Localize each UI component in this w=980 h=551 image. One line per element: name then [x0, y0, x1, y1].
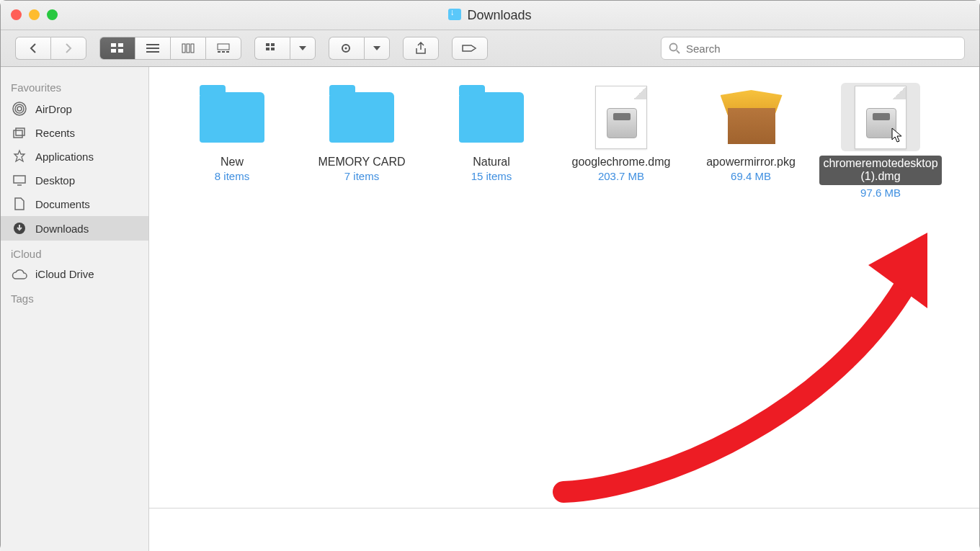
svg-rect-7	[218, 44, 229, 50]
toolbar	[1, 30, 979, 67]
arrange-menu-button[interactable]	[290, 37, 316, 60]
action-button-group	[329, 37, 390, 60]
svg-point-18	[17, 107, 22, 111]
item-subtitle: 8 items	[215, 170, 249, 182]
folder-icon	[192, 83, 272, 151]
share-icon	[415, 42, 427, 55]
sidebar-item-label: Desktop	[35, 174, 75, 187]
sidebar-item-icloud-drive[interactable]: iCloud Drive	[1, 263, 148, 285]
item-subtitle: 69.4 MB	[731, 170, 771, 182]
airdrop-icon	[11, 102, 28, 116]
item-name: New	[220, 156, 244, 169]
arrange-icon	[266, 43, 279, 53]
search-input[interactable]	[685, 42, 957, 55]
grid-icon	[111, 43, 124, 53]
folder-item[interactable]: New 8 items	[171, 83, 293, 182]
svg-rect-22	[16, 128, 24, 135]
desktop-icon	[11, 174, 28, 187]
chevron-down-icon	[373, 46, 380, 50]
finder-window: Downloads	[0, 0, 980, 551]
tag-icon	[462, 43, 478, 53]
search-field[interactable]	[661, 37, 965, 60]
svg-rect-5	[187, 44, 190, 53]
sidebar-item-recents[interactable]: Recents	[1, 121, 148, 144]
cloud-icon	[11, 269, 28, 280]
file-item-dmg-selected[interactable]: chromeremotedesktop (1).dmg 97.6 MB	[819, 83, 942, 199]
item-subtitle: 203.7 MB	[598, 170, 644, 182]
share-button[interactable]	[403, 37, 439, 60]
item-subtitle: 15 items	[471, 170, 512, 182]
status-bar-separator	[149, 508, 979, 509]
arrange-button[interactable]	[254, 37, 290, 60]
item-name: chromeremotedesktop (1).dmg	[819, 156, 942, 185]
chevron-down-icon	[299, 46, 306, 50]
search-icon	[669, 42, 680, 54]
svg-rect-4	[182, 44, 185, 53]
sidebar-item-label: Recents	[35, 127, 75, 139]
sidebar-item-label: AirDrop	[35, 103, 72, 115]
svg-rect-1	[118, 43, 123, 47]
folder-item[interactable]: Natural 15 items	[430, 83, 553, 182]
sidebar-item-desktop[interactable]: Desktop	[1, 169, 148, 192]
back-button[interactable]	[15, 37, 50, 60]
chevron-left-icon	[29, 43, 37, 53]
svg-point-17	[670, 44, 677, 51]
svg-rect-13	[266, 48, 270, 50]
group-by-button-group	[254, 37, 316, 60]
documents-icon	[11, 197, 28, 211]
sidebar-item-downloads[interactable]: Downloads	[1, 216, 148, 241]
list-icon	[146, 43, 159, 53]
item-subtitle: 97.6 MB	[860, 187, 901, 199]
zoom-button[interactable]	[47, 9, 58, 20]
sidebar-section-favourites: Favourites	[1, 74, 148, 97]
svg-rect-0	[111, 43, 116, 47]
nav-buttons	[15, 37, 86, 60]
view-mode-buttons	[99, 37, 241, 60]
svg-rect-2	[111, 49, 116, 53]
sidebar-item-airdrop[interactable]: AirDrop	[1, 97, 148, 121]
window-body: Favourites AirDrop Recents Applications …	[1, 67, 979, 551]
folder-icon	[322, 83, 401, 151]
action-menu-button[interactable]	[364, 37, 390, 60]
window-title: Downloads	[448, 8, 531, 23]
minimize-button[interactable]	[29, 9, 40, 20]
column-view-button[interactable]	[170, 37, 205, 60]
downloads-icon	[11, 221, 28, 236]
content-area[interactable]: New 8 items MEMORY CARD 7 items Natural …	[149, 67, 979, 551]
item-name: apowermirror.pkg	[706, 156, 796, 169]
svg-point-19	[15, 104, 24, 113]
gallery-icon	[217, 43, 230, 53]
svg-point-16	[345, 48, 347, 50]
columns-icon	[182, 43, 195, 53]
svg-rect-12	[271, 43, 275, 46]
annotation-arrow	[423, 207, 927, 510]
forward-button[interactable]	[50, 37, 86, 60]
traffic-lights	[11, 9, 58, 20]
tags-button[interactable]	[452, 37, 488, 60]
window-title-text: Downloads	[467, 8, 531, 23]
folder-item[interactable]: MEMORY CARD 7 items	[300, 83, 423, 182]
dmg-icon	[582, 83, 661, 151]
sidebar-item-label: iCloud Drive	[35, 268, 94, 280]
pkg-icon	[711, 83, 790, 151]
svg-rect-3	[118, 49, 123, 53]
sidebar-item-label: Downloads	[35, 223, 89, 235]
applications-icon	[11, 149, 28, 163]
file-item-pkg[interactable]: apowermirror.pkg 69.4 MB	[690, 83, 812, 182]
icon-view-button[interactable]	[99, 37, 135, 60]
list-view-button[interactable]	[135, 37, 170, 60]
icon-grid: New 8 items MEMORY CARD 7 items Natural …	[149, 67, 979, 215]
sidebar-item-documents[interactable]: Documents	[1, 192, 148, 216]
item-name: MEMORY CARD	[318, 156, 405, 169]
sidebar: Favourites AirDrop Recents Applications …	[1, 67, 149, 551]
file-item-dmg[interactable]: googlechrome.dmg 203.7 MB	[560, 83, 682, 182]
svg-rect-6	[191, 44, 194, 53]
item-name: googlechrome.dmg	[572, 156, 671, 169]
svg-rect-14	[271, 48, 275, 50]
gallery-view-button[interactable]	[205, 37, 241, 60]
action-button[interactable]	[329, 37, 364, 60]
dmg-icon	[841, 83, 920, 151]
close-button[interactable]	[11, 9, 22, 20]
sidebar-section-tags: Tags	[1, 285, 148, 308]
sidebar-item-applications[interactable]: Applications	[1, 144, 148, 169]
